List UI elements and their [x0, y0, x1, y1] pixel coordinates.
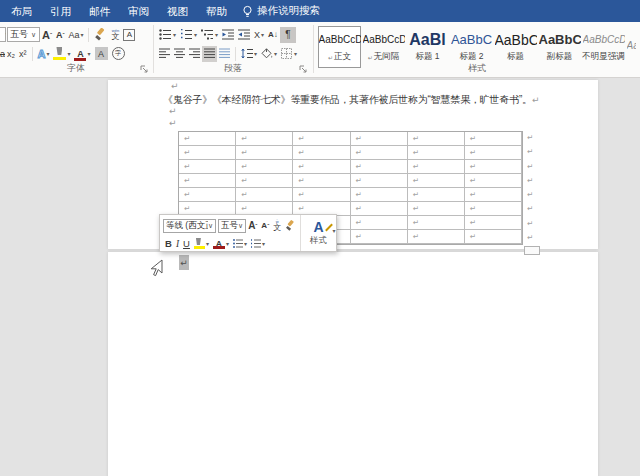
table-cell[interactable]: ↵: [351, 188, 408, 202]
table-cell[interactable]: ↵: [408, 216, 465, 230]
table-cell[interactable]: ↵: [408, 132, 465, 146]
enclose-characters-button[interactable]: 字: [110, 46, 127, 62]
table-cell[interactable]: ↵: [351, 160, 408, 174]
menu-item[interactable]: 布局: [2, 0, 41, 22]
borders-button[interactable]: ▾: [279, 46, 299, 62]
table-cell[interactable]: ↵: [408, 160, 465, 174]
table-cell[interactable]: ↵: [236, 132, 293, 146]
menu-item[interactable]: 帮助: [197, 0, 236, 22]
table-cell[interactable]: ↵: [179, 160, 236, 174]
distribute-button[interactable]: [217, 46, 232, 62]
mini-underline-button[interactable]: U: [181, 236, 192, 251]
menu-item[interactable]: 审阅: [119, 0, 158, 22]
tell-me[interactable]: 操作说明搜索: [236, 4, 326, 18]
align-center-button[interactable]: [172, 46, 187, 62]
paragraph-dialog-launcher[interactable]: [299, 65, 308, 74]
table-cell[interactable]: ↵: [465, 132, 522, 146]
text-effects-button[interactable]: A▾: [36, 46, 52, 62]
increase-indent-button[interactable]: [236, 27, 252, 43]
align-left-button[interactable]: [157, 46, 172, 62]
font-name-combo-cut[interactable]: ∨: [0, 27, 6, 42]
table-resize-handle[interactable]: [524, 246, 540, 255]
align-right-button[interactable]: [187, 46, 202, 62]
menu-item[interactable]: 引用: [41, 0, 80, 22]
mini-format-painter-button[interactable]: [283, 218, 298, 233]
table-cell[interactable]: ↵: [408, 202, 465, 216]
table-cell[interactable]: ↵: [465, 174, 522, 188]
character-border-button[interactable]: A: [121, 27, 137, 43]
superscript-button[interactable]: x²: [17, 46, 29, 62]
table-cell[interactable]: ↵: [351, 174, 408, 188]
table-cell[interactable]: ↵: [408, 188, 465, 202]
font-dialog-launcher[interactable]: [140, 65, 149, 74]
table-cell[interactable]: ↵: [236, 146, 293, 160]
mini-bold-button[interactable]: B: [163, 236, 174, 251]
table-cell[interactable]: ↵: [293, 188, 350, 202]
numbering-button[interactable]: ▾: [178, 27, 199, 43]
table-cell[interactable]: ↵: [179, 132, 236, 146]
table-cell[interactable]: ↵: [465, 188, 522, 202]
table-cell[interactable]: ↵: [351, 202, 408, 216]
table-cell[interactable]: ↵: [293, 132, 350, 146]
font-color-icon: A: [74, 49, 86, 59]
menu-item[interactable]: 视图: [158, 0, 197, 22]
grow-font-button[interactable]: Aˆ: [40, 27, 54, 43]
mini-font-name-combo[interactable]: 等线 (西文正文)∨: [163, 219, 216, 233]
body-paragraph[interactable]: 《鬼谷子》《本经阴符七术》等重要作品，其著作被后世称为“智慧禁果，旷世奇书”。↵: [163, 93, 539, 107]
font-size-combo[interactable]: 五号∨: [7, 27, 40, 42]
table-cell[interactable]: ↵: [179, 188, 236, 202]
table-cell[interactable]: ↵: [293, 174, 350, 188]
mini-font-size-combo[interactable]: 五号∨: [218, 219, 246, 233]
table-cell[interactable]: ↵: [408, 146, 465, 160]
menu-item[interactable]: 邮件: [80, 0, 119, 22]
mini-highlight-button[interactable]: ▾: [192, 236, 211, 251]
mini-shrink-font-button[interactable]: Aˇ: [259, 218, 271, 233]
mini-italic-button[interactable]: I: [174, 236, 181, 251]
table-cell[interactable]: ↵: [465, 202, 522, 216]
shading-button[interactable]: ▾: [259, 46, 279, 62]
table-cell[interactable]: ↵: [236, 174, 293, 188]
table-cell[interactable]: ↵: [293, 146, 350, 160]
mini-numbering-button[interactable]: ▾: [249, 236, 267, 251]
mini-phonetic-button[interactable]: w̄文: [271, 218, 283, 233]
character-shading-button[interactable]: A: [93, 46, 110, 62]
style-sample: AaBbCcD: [627, 37, 637, 57]
selected-pilcrow[interactable]: ↵: [179, 255, 189, 270]
table-cell[interactable]: ↵: [351, 230, 408, 244]
mini-styles-button[interactable]: A▾ 样式: [300, 215, 336, 251]
table-cell[interactable]: ↵: [236, 188, 293, 202]
mini-grow-font-button[interactable]: Aˆ: [246, 218, 259, 233]
asian-layout-button[interactable]: X▾: [252, 27, 266, 43]
multilevel-list-button[interactable]: ▾: [199, 27, 220, 43]
text-highlight-button[interactable]: ▾: [51, 46, 72, 62]
line-spacing-button[interactable]: ▾: [239, 46, 259, 62]
shrink-font-button[interactable]: Aˇ: [54, 27, 67, 43]
table-cell[interactable]: ↵: [351, 132, 408, 146]
table-cell[interactable]: ↵: [408, 174, 465, 188]
show-hide-marks-button[interactable]: ¶: [280, 27, 296, 43]
table-cell[interactable]: ↵: [408, 230, 465, 244]
table-cell[interactable]: ↵: [465, 146, 522, 160]
font-color-button[interactable]: A▾: [72, 46, 92, 62]
table-cell[interactable]: ↵: [293, 160, 350, 174]
mini-font-color-button[interactable]: A▾: [211, 236, 231, 251]
decrease-indent-button[interactable]: [220, 27, 236, 43]
subscript-button[interactable]: x₂: [5, 46, 17, 62]
table-cell[interactable]: ↵: [465, 230, 522, 244]
table-cell[interactable]: ↵: [179, 174, 236, 188]
table-cell[interactable]: ↵: [351, 146, 408, 160]
sort-button[interactable]: A↓: [266, 27, 280, 43]
table-cell[interactable]: ↵: [236, 160, 293, 174]
table-cell[interactable]: ↵: [465, 160, 522, 174]
table-cell[interactable]: ↵: [351, 216, 408, 230]
table-cell[interactable]: ↵: [179, 146, 236, 160]
phonetic-guide-button[interactable]: wén 文: [109, 27, 121, 43]
menu-items: 布局引用邮件审阅视图帮助: [2, 0, 236, 22]
change-case-button[interactable]: Aa▾: [66, 27, 85, 43]
table-cell[interactable]: ↵: [465, 216, 522, 230]
mini-bullets-button[interactable]: ▾: [231, 236, 249, 251]
bullets-button[interactable]: ▾: [157, 27, 178, 43]
justify-button[interactable]: [202, 46, 217, 62]
page-2[interactable]: [108, 252, 598, 476]
clear-formatting-button[interactable]: [92, 27, 109, 43]
